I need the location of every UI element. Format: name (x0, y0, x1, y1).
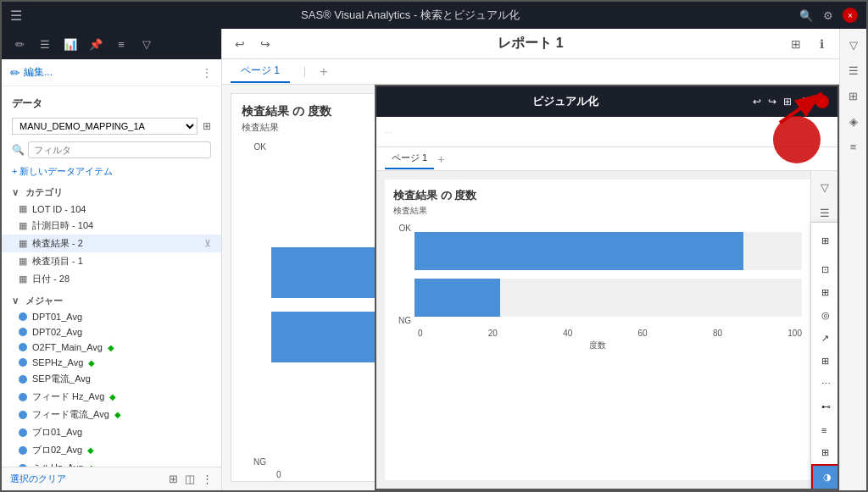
app-container: ☰ SAS® Visual Analytics - 検索とビジュアル化 🔍 ⚙ … (0, 0, 868, 492)
more-options-icon[interactable]: ⋮ (201, 66, 213, 80)
overlay-x-title: 度数 (393, 340, 802, 351)
hamburger-icon[interactable]: ☰ (10, 8, 22, 24)
measure-sephz[interactable]: SEPHz_Avg ◆ (2, 355, 221, 370)
measures-label: メジャー (25, 295, 63, 307)
overlay-bar-ng (415, 279, 500, 317)
menu-gauge[interactable]: ◎ ゲージ (811, 304, 837, 327)
measure-o2ft[interactable]: O2FT_Main_Avg ◆ (2, 340, 221, 355)
search-icon[interactable]: 🔍 (798, 8, 814, 23)
measure-label-bro01: ブロ01_Avg (32, 426, 82, 439)
menu-treemap[interactable]: ⊞ ツリーマップ (811, 350, 837, 373)
overlay-grid-icon[interactable]: ⊞ (783, 96, 792, 108)
menu-step-plot[interactable]: ↗ ステップブロット (811, 327, 837, 350)
measure-label-dpt01: DPT01_Avg (32, 312, 82, 322)
measure-sep-current[interactable]: SEP電流_Avg (2, 370, 221, 388)
sidebar-edit-row: ✏ 編集... ⋮ (2, 59, 221, 86)
right-icon-analytics[interactable]: ≡ (844, 137, 863, 156)
overlay-more-icon[interactable]: ⋮ (798, 96, 809, 108)
sidebar-tool-filter-icon[interactable]: ▽ (137, 35, 156, 53)
tabs-row: ページ 1 | + (222, 59, 839, 85)
measure-indicator-feed-hz: ◆ (109, 392, 116, 401)
data-item-measurement-date[interactable]: ▦ 計測日時 - 104 (2, 217, 221, 235)
sidebar-tool-list-icon[interactable]: ≡ (112, 35, 131, 53)
overlay-toolbar: ビジュアル化 ↩ ↪ ⊞ ⋮ × (376, 86, 837, 117)
data-item-lot-id[interactable]: ▦ LOT ID - 104 (2, 201, 221, 217)
sidebar-tool-chart-icon[interactable]: 📊 (61, 35, 80, 53)
data-item-inspection-result[interactable]: ▦ 検査結果 - 2 ⊻ (2, 235, 221, 252)
overlay-x-100: 100 (787, 329, 802, 338)
item-label-measurement-date: 計測日時 - 104 (32, 219, 211, 232)
measure-icon-dpt01 (19, 312, 27, 321)
overlay-undo-icon[interactable]: ↩ (753, 96, 761, 108)
datasource-select[interactable]: MANU_DEMO_MAPPING_1A (12, 118, 198, 135)
measure-bro01[interactable]: ブロ01_Avg (2, 423, 221, 441)
sidebar-bottom-icon2[interactable]: ◫ (185, 473, 195, 485)
measures-header[interactable]: ∨ メジャー (2, 288, 221, 309)
measure-feed-hz[interactable]: フィード Hz_Avg ◆ (2, 388, 221, 406)
info-icon[interactable]: ℹ (812, 35, 831, 53)
bar-fill-ng (271, 312, 392, 362)
dot-plot-icon: ⋯ (821, 379, 833, 390)
measure-icon-o2ft (19, 343, 27, 351)
edit-button[interactable]: ✏ 編集... (10, 65, 53, 80)
measure-feed-current[interactable]: フィード電流_Avg ◆ (2, 406, 221, 423)
overlay-close-button[interactable]: × (815, 95, 829, 108)
overlay-redo-icon[interactable]: ↪ (768, 96, 776, 108)
grid-icon[interactable]: ⊞ (787, 35, 805, 53)
sidebar-bottom-icon1[interactable]: ⊞ (169, 473, 178, 485)
menu-cross-table[interactable]: ⊞ クロス表 (811, 281, 837, 304)
right-icon-roles[interactable]: ◈ (844, 112, 863, 130)
undo-icon[interactable]: ↩ (231, 35, 249, 53)
redo-icon[interactable]: ↪ (256, 35, 275, 53)
overlay-tab-page1[interactable]: ページ 1 (385, 148, 434, 169)
right-icon-data[interactable]: ☰ (844, 61, 863, 80)
item-expand-icon[interactable]: ⊻ (204, 238, 211, 249)
y-axis-labels: OK NG (242, 142, 271, 467)
item-label-lot-id: LOT ID - 104 (32, 204, 211, 214)
right-panel-icons: ▽ ☰ ⊞ ◈ ≡ (839, 29, 866, 490)
data-item-inspection-item[interactable]: ▦ 検査項目 - 1 (2, 252, 221, 270)
overlay-tab-add[interactable]: + (437, 152, 444, 166)
item-label-inspection-result: 検査結果 - 2 (32, 237, 199, 250)
cross-table-icon: ⊞ (821, 287, 833, 298)
tab-page1[interactable]: ページ 1 (231, 60, 290, 83)
list-table-icon: ≡ (821, 425, 833, 435)
overlay-icon-filter[interactable]: ▽ (815, 178, 834, 196)
measure-bro02[interactable]: ブロ02_Avg ◆ (2, 441, 221, 459)
sidebar-tool-pencil-icon[interactable]: ✏ (10, 35, 29, 53)
overlay-canvas: 検査結果 の 度数 検査結果 OK NG (376, 171, 837, 489)
measure-mil-hz[interactable]: ミルHz_Avg ◆ (2, 459, 221, 467)
tab-add-button[interactable]: + (320, 64, 327, 80)
add-item-row[interactable]: + 新しいデータアイテム (2, 162, 221, 181)
item-icon-date: ▦ (19, 274, 27, 285)
overlay-icon-data[interactable]: ☰ (815, 203, 834, 222)
filter-input[interactable] (28, 141, 211, 158)
menu-waterfall[interactable]: ⊞ ウォーターフォールチャート (811, 223, 837, 258)
menu-list-table[interactable]: ≡ リスト表 (811, 418, 837, 441)
overlay-chart-subtitle: 検査結果 (393, 205, 802, 217)
overlay-chart-area: 検査結果 の 度数 検査結果 OK NG (385, 180, 810, 480)
right-icon-format[interactable]: ⊞ (844, 86, 863, 105)
menu-needle-plot[interactable]: ⊷ ニードル プロット (811, 395, 837, 418)
clear-selection-label[interactable]: 選択のクリア (10, 473, 162, 485)
measure-dpt01[interactable]: DPT01_Avg (2, 309, 221, 324)
sidebar-tool-pin-icon[interactable]: 📌 (86, 35, 105, 53)
measure-dpt02[interactable]: DPT02_Avg (2, 324, 221, 340)
close-app-button[interactable]: × (843, 8, 858, 23)
sidebar-tool-data-icon[interactable]: ☰ (36, 35, 54, 53)
overlay-tabs-row: ページ 1 + (376, 147, 837, 171)
report-toolbar: ↩ ↪ レポート 1 ⊞ ℹ (222, 29, 839, 59)
category-header[interactable]: ∨ カテゴリ (2, 181, 221, 201)
menu-key-value[interactable]: ⊡ キーの値 (811, 258, 837, 281)
menu-bird-graph[interactable]: ⊞ バードグラフ (811, 441, 837, 464)
sidebar-bottom-icon3[interactable]: ⋮ (202, 473, 213, 485)
report-overlay: ビジュアル化 ↩ ↪ ⊞ ⋮ × ··· ページ 1 (375, 85, 839, 490)
menu-pie-chart[interactable]: ◑ 円グラフ (811, 464, 837, 489)
data-item-date[interactable]: ▦ 日付 - 28 (2, 270, 221, 288)
right-icon-filter[interactable]: ▽ (844, 36, 863, 54)
overlay-x-labels: 0 20 40 60 80 100 (393, 329, 802, 338)
settings-icon[interactable]: ⚙ (821, 8, 836, 23)
tab-separator: | (293, 62, 316, 82)
treemap-icon: ⊞ (821, 356, 833, 367)
menu-dot-plot[interactable]: ⋯ ドットプロット (811, 373, 837, 395)
